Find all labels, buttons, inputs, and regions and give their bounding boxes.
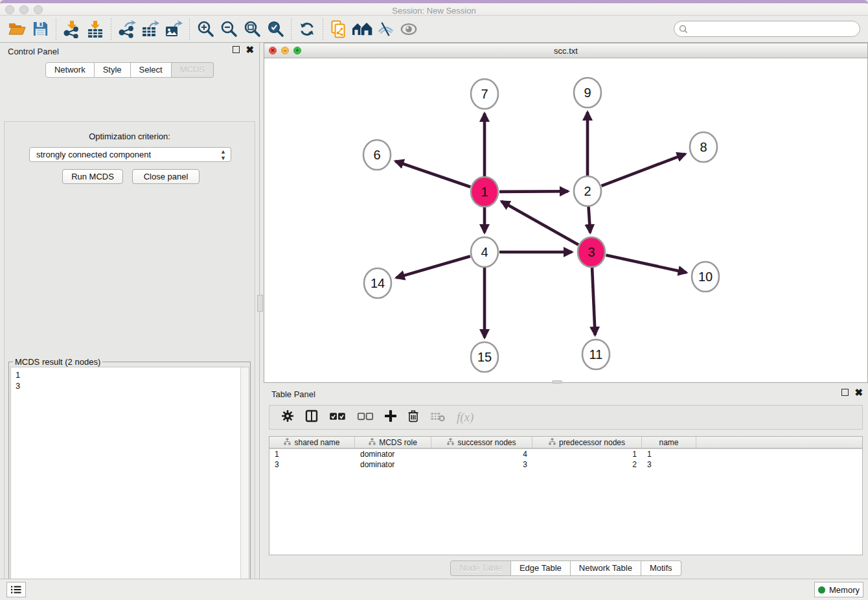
new-network-from-selection-icon[interactable] <box>327 17 350 41</box>
show-columns-icon[interactable] <box>305 410 318 425</box>
delete-table-icon[interactable] <box>430 411 446 424</box>
first-neighbors-icon[interactable] <box>350 17 374 41</box>
edge-2-8[interactable] <box>602 154 685 186</box>
table-panel: Table Panel ✖ f(x) shared nameMCDS rol <box>264 386 868 577</box>
toolbar-separator <box>111 18 111 40</box>
edge-3-10[interactable] <box>606 255 686 273</box>
mcds-result-title: MCDS result (2 nodes) <box>13 357 102 367</box>
unselect-all-icon[interactable] <box>357 411 374 424</box>
column-header-successor-nodes[interactable]: successor nodes <box>431 437 532 448</box>
cell-predecessor-nodes[interactable]: 1 <box>532 449 642 459</box>
close-panel-icon[interactable]: ✖ <box>246 46 254 53</box>
criterion-select[interactable]: strongly connected component ▲▼ <box>29 147 231 162</box>
network-graph-canvas[interactable]: 7968124314101511 <box>264 58 867 382</box>
graph-node-8[interactable]: 8 <box>690 132 717 162</box>
cell-MCDS-role[interactable]: dominator <box>355 449 431 459</box>
zoom-fit-icon[interactable] <box>240 17 264 41</box>
hide-selected-icon[interactable] <box>374 17 397 41</box>
network-window-titlebar[interactable]: ✕ – + scc.txt <box>264 43 867 58</box>
table-row[interactable]: 1dominator411 <box>269 449 862 459</box>
cell-predecessor-nodes[interactable]: 2 <box>532 459 642 470</box>
table-tabs: Node TableEdge TableNetwork TableMotifs <box>264 560 868 576</box>
search-input[interactable] <box>688 23 860 36</box>
open-session-icon[interactable] <box>5 17 29 41</box>
zoom-out-icon[interactable] <box>217 17 240 41</box>
svg-text:10: 10 <box>698 270 713 284</box>
run-mcds-button[interactable]: Run MCDS <box>62 169 123 184</box>
tab-style[interactable]: Style <box>95 62 131 78</box>
cell-MCDS-role[interactable]: dominator <box>355 459 431 470</box>
tab-network-table[interactable]: Network Table <box>571 560 641 576</box>
import-table-icon[interactable] <box>84 17 107 41</box>
zoom-selected-icon[interactable] <box>264 17 287 41</box>
edge-3-1[interactable] <box>501 202 578 245</box>
graph-node-11[interactable]: 11 <box>582 340 610 369</box>
function-builder-icon[interactable]: f(x) <box>457 410 474 424</box>
tab-edge-table[interactable]: Edge Table <box>511 560 571 576</box>
tab-node-table[interactable]: Node Table <box>450 560 511 576</box>
graph-node-6[interactable]: 6 <box>363 140 391 170</box>
save-session-icon[interactable] <box>29 17 52 41</box>
float-panel-icon[interactable] <box>233 46 240 53</box>
tab-select[interactable]: Select <box>131 62 172 78</box>
mcds-tab-panel: Optimization criterion: strongly connect… <box>4 121 255 600</box>
svg-text:3: 3 <box>588 245 595 259</box>
edge-2-3[interactable] <box>588 206 590 233</box>
edge-4-14[interactable] <box>396 256 470 277</box>
search-icon <box>679 25 688 34</box>
cell-successor-nodes[interactable]: 4 <box>431 449 532 459</box>
edge-1-6[interactable] <box>395 161 470 187</box>
network-window-title: scc.txt <box>264 46 867 56</box>
graph-node-7[interactable]: 7 <box>471 79 498 109</box>
show-all-icon[interactable] <box>397 17 420 41</box>
table-row[interactable]: 3dominator323 <box>269 459 862 470</box>
table-settings-icon[interactable] <box>281 410 294 425</box>
task-manager-button[interactable] <box>6 582 26 597</box>
export-network-icon[interactable] <box>115 17 139 41</box>
column-header-shared-name[interactable]: shared name <box>269 437 355 448</box>
panel-splitter-handle[interactable] <box>257 295 263 312</box>
graph-node-4[interactable]: 4 <box>471 237 498 267</box>
close-panel-label: Close panel <box>144 172 188 181</box>
cell-name[interactable]: 3 <box>642 459 696 470</box>
graph-node-2[interactable]: 2 <box>574 176 601 206</box>
add-row-icon[interactable] <box>385 410 396 424</box>
graph-node-9[interactable]: 9 <box>574 78 601 108</box>
graph-node-15[interactable]: 15 <box>471 342 498 372</box>
cell-shared-name[interactable]: 1 <box>269 449 355 459</box>
column-header-predecessor-nodes[interactable]: predecessor nodes <box>532 437 642 448</box>
column-header-name[interactable]: name <box>642 437 696 448</box>
tab-mcds[interactable]: MCDS <box>172 62 214 78</box>
mcds-result-scrollbar[interactable] <box>240 367 249 600</box>
float-table-panel-icon[interactable] <box>841 389 849 396</box>
export-image-icon[interactable] <box>162 17 185 41</box>
delete-row-icon[interactable] <box>407 410 419 425</box>
tab-motifs[interactable]: Motifs <box>641 560 681 576</box>
graph-node-14[interactable]: 14 <box>364 268 391 298</box>
node-table[interactable]: shared nameMCDS rolesuccessor nodesprede… <box>269 436 863 555</box>
export-table-icon[interactable] <box>139 17 162 41</box>
graph-node-10[interactable]: 10 <box>692 262 719 292</box>
memory-button[interactable]: Memory <box>814 582 863 597</box>
select-all-icon[interactable] <box>329 411 346 424</box>
column-header-MCDS-role[interactable]: MCDS role <box>355 437 431 448</box>
refresh-icon[interactable] <box>295 17 319 41</box>
column-label: name <box>659 438 678 447</box>
edge-1-2[interactable] <box>499 191 568 192</box>
column-tree-icon <box>284 438 291 447</box>
graph-node-1[interactable]: 1 <box>471 177 498 207</box>
zoom-in-icon[interactable] <box>194 17 217 41</box>
cell-successor-nodes[interactable]: 3 <box>431 459 532 470</box>
import-network-icon[interactable] <box>60 17 84 41</box>
edge-3-11[interactable] <box>592 267 595 335</box>
svg-text:4: 4 <box>481 245 488 259</box>
tab-network[interactable]: Network <box>45 62 95 78</box>
network-resize-handle[interactable] <box>552 380 562 384</box>
cell-name[interactable]: 1 <box>642 449 696 459</box>
svg-text:7: 7 <box>481 87 488 101</box>
graph-node-3[interactable]: 3 <box>578 237 605 267</box>
cell-shared-name[interactable]: 3 <box>269 459 355 470</box>
close-panel-button[interactable]: Close panel <box>132 169 200 184</box>
close-table-panel-icon[interactable]: ✖ <box>854 389 863 396</box>
mcds-result-text[interactable]: 13 <box>10 367 249 600</box>
